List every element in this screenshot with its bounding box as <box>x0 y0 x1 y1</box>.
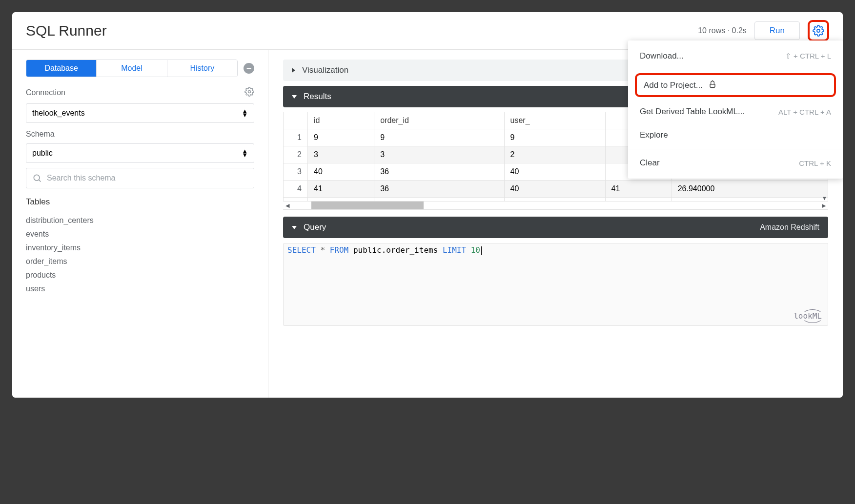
menu-clear-label: Clear <box>640 158 660 168</box>
scroll-down-icon[interactable]: ▼ <box>822 195 827 201</box>
column-header[interactable]: user_ <box>504 112 605 129</box>
visualization-label: Visualization <box>302 65 348 75</box>
horizontal-scrollbar[interactable]: ◀ ▶ <box>283 201 828 210</box>
column-header[interactable]: order_id <box>374 112 504 129</box>
tab-history[interactable]: History <box>167 60 237 77</box>
cell: 26.940000 <box>672 181 828 198</box>
connection-settings-button[interactable] <box>244 87 254 99</box>
menu-download[interactable]: Download... ⇧ + CTRL + L <box>628 44 843 68</box>
tab-model[interactable]: Model <box>97 60 167 77</box>
cell: 55 <box>308 198 374 202</box>
cell: 40 <box>504 181 605 198</box>
lookml-arc-icon <box>802 309 823 323</box>
schema-search-input[interactable] <box>47 174 248 182</box>
cell: 41 <box>308 181 374 198</box>
query-panel-header[interactable]: Query Amazon Redshift <box>283 217 828 238</box>
table-item[interactable]: products <box>26 268 254 282</box>
settings-dropdown: Download... ⇧ + CTRL + L Add to Project.… <box>628 40 843 179</box>
cell: 40 <box>504 163 605 181</box>
engine-label: Amazon Redshift <box>760 223 819 232</box>
scroll-track[interactable] <box>292 202 819 209</box>
collapse-sidebar-button[interactable]: − <box>244 63 254 74</box>
cell: 41 <box>605 181 672 198</box>
table-item[interactable]: distribution_centers <box>26 214 254 227</box>
sql-keyword: SELECT <box>287 245 316 255</box>
tables-list: distribution_centers events inventory_it… <box>26 214 254 296</box>
chevron-right-icon <box>292 68 295 73</box>
sql-keyword: LIMIT <box>443 245 466 255</box>
cell: 9 <box>504 129 605 146</box>
minus-icon: − <box>246 64 252 73</box>
schema-label: Schema <box>26 130 55 139</box>
menu-explore[interactable]: Explore <box>628 123 843 147</box>
cell: 3 <box>374 146 504 163</box>
connection-label: Connection <box>26 88 65 97</box>
chevron-down-icon <box>292 226 297 229</box>
run-button[interactable]: Run <box>754 21 800 40</box>
menu-add-to-project-label: Add to Project... <box>644 81 703 90</box>
gear-icon <box>244 87 254 97</box>
sort-arrows-icon: ▲▼ <box>242 149 248 157</box>
sidebar-tab-group: Database Model History <box>26 60 238 77</box>
table-item[interactable]: events <box>26 227 254 241</box>
cell: 49 <box>374 198 504 202</box>
menu-divider <box>628 149 843 149</box>
sql-number: 10 <box>471 245 480 255</box>
rownum: 1 <box>284 129 308 146</box>
menu-clear-shortcut: CTRL + K <box>799 159 831 167</box>
svg-point-1 <box>248 91 251 93</box>
sidebar-tab-row: Database Model History − <box>26 60 254 77</box>
table-item[interactable]: inventory_items <box>26 241 254 255</box>
tables-heading: Tables <box>26 197 254 207</box>
menu-derived-lookml-shortcut: ALT + CTRL + A <box>778 108 831 116</box>
pointer-cursor-icon <box>708 79 717 91</box>
cell: 9 <box>308 129 374 146</box>
topbar-right: 10 rows · 0.2s Run Download... ⇧ + CTRL … <box>698 20 829 41</box>
tab-database[interactable]: Database <box>26 60 97 77</box>
text-cursor <box>481 246 482 255</box>
svg-point-2 <box>34 175 40 181</box>
gear-icon <box>813 25 824 37</box>
connection-value: thelook_events <box>32 109 85 118</box>
svg-point-0 <box>817 29 820 32</box>
rownum: 2 <box>284 146 308 163</box>
scroll-right-icon[interactable]: ▶ <box>819 202 828 209</box>
sort-arrows-icon: ▲▼ <box>242 109 248 117</box>
table-item[interactable]: users <box>26 282 254 296</box>
cell: 40 <box>308 163 374 181</box>
scroll-thumb[interactable] <box>311 202 424 209</box>
menu-explore-label: Explore <box>640 130 668 140</box>
settings-gear-button[interactable] <box>808 20 829 41</box>
column-header[interactable]: id <box>308 112 374 129</box>
connection-select[interactable]: thelook_events ▲▼ <box>26 103 254 123</box>
menu-add-to-project[interactable]: Add to Project... <box>635 73 836 97</box>
rownum: 4 <box>284 181 308 198</box>
query-status: 10 rows · 0.2s <box>698 26 747 35</box>
menu-derived-lookml[interactable]: Get Derived Table LookML... ALT + CTRL +… <box>628 100 843 123</box>
schema-search-box[interactable] <box>26 168 254 188</box>
topbar: SQL Runner 10 rows · 0.2s Run Download..… <box>12 12 843 50</box>
rownum: 3 <box>284 163 308 181</box>
cell: 54 <box>504 198 605 202</box>
cell: 36 <box>374 181 504 198</box>
sql-text: public.order_items <box>353 245 438 255</box>
schema-select[interactable]: public ▲▼ <box>26 143 254 163</box>
cell: 3 <box>308 146 374 163</box>
schema-value: public <box>32 149 53 158</box>
results-label: Results <box>304 92 331 101</box>
table-row: 4 41 36 40 41 26.940000 <box>284 181 828 198</box>
page-title: SQL Runner <box>26 22 107 39</box>
table-item[interactable]: order_items <box>26 255 254 268</box>
lookml-badge: lookML <box>794 311 822 321</box>
scroll-left-icon[interactable]: ◀ <box>283 202 292 209</box>
schema-label-row: Schema <box>26 130 254 139</box>
menu-download-label: Download... <box>640 51 684 61</box>
query-editor[interactable]: SELECT * FROM public.order_items LIMIT 1… <box>283 243 828 326</box>
cell: 2 <box>504 146 605 163</box>
menu-clear[interactable]: Clear CTRL + K <box>628 151 843 175</box>
cell: 9 <box>374 129 504 146</box>
svg-line-3 <box>39 180 41 182</box>
rownum: 5 <box>284 198 308 202</box>
cell: 36 <box>374 163 504 181</box>
menu-divider <box>628 70 843 70</box>
